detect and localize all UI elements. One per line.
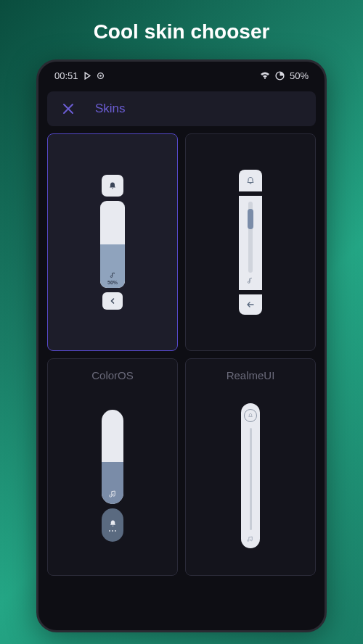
skin-name-label: RealmeUI <box>186 369 315 381</box>
bell-icon <box>248 413 253 418</box>
status-right: 50% <box>260 70 309 81</box>
skin-preview <box>239 170 262 315</box>
header-bar: Skins <box>47 91 316 126</box>
slider-track <box>248 202 253 273</box>
skin-name-label: ColorOS <box>48 369 177 381</box>
status-bar: 00:51 50% <box>38 62 325 87</box>
wifi-icon <box>260 72 270 80</box>
back-button <box>239 294 262 315</box>
chevron-left-icon <box>110 297 115 305</box>
phone-side-buttons <box>36 192 37 228</box>
music-note-icon <box>247 536 255 542</box>
bell-icon <box>246 176 255 185</box>
skin-preview <box>102 410 123 542</box>
promo-title: Cool skin chooser <box>0 0 363 59</box>
volume-pill <box>241 403 260 548</box>
svg-point-2 <box>264 78 266 79</box>
svg-point-1 <box>99 75 102 77</box>
slider-thumb <box>248 209 253 229</box>
slider-track <box>250 428 252 530</box>
volume-slider: 50% <box>100 201 125 288</box>
volume-percent: 50% <box>107 280 118 285</box>
header-title: Skins <box>95 102 126 116</box>
skin-card-1[interactable]: 50% <box>47 133 178 351</box>
skin-card-2[interactable] <box>185 133 316 351</box>
phone-frame: 00:51 50% Skins <box>36 59 327 632</box>
skin-preview <box>241 403 260 548</box>
play-icon <box>83 72 91 80</box>
volume-fill: 50% <box>100 244 125 288</box>
bell-button <box>102 175 123 197</box>
target-icon <box>97 72 105 80</box>
bottom-panel <box>102 508 123 542</box>
music-note-icon <box>247 277 254 284</box>
bell-button <box>244 409 257 422</box>
close-button[interactable] <box>62 102 75 115</box>
skin-grid: 50% <box>38 133 325 576</box>
music-note-icon <box>110 272 116 278</box>
volume-slider <box>102 410 123 504</box>
bell-icon <box>108 181 117 190</box>
music-note-icon <box>109 490 117 498</box>
volume-slider <box>239 196 262 290</box>
volume-fill <box>102 462 123 505</box>
bell-icon <box>109 519 117 527</box>
bell-button <box>239 170 262 191</box>
battery-icon <box>275 71 285 80</box>
status-time: 00:51 <box>54 70 78 81</box>
skin-card-realmeui[interactable]: RealmeUI <box>185 358 316 576</box>
status-left: 00:51 <box>54 70 105 81</box>
back-button <box>102 292 123 310</box>
skin-card-coloros[interactable]: ColorOS <box>47 358 178 576</box>
arrow-left-icon <box>246 301 255 308</box>
close-icon <box>62 102 75 115</box>
skin-preview: 50% <box>100 175 125 310</box>
more-icon <box>109 530 116 532</box>
battery-text: 50% <box>290 70 309 81</box>
